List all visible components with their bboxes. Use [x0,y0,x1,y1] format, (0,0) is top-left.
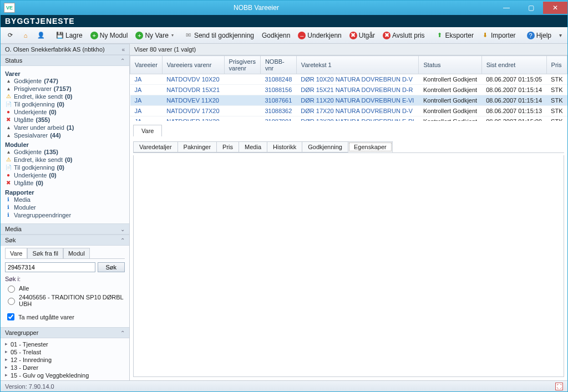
sidebar-item-label: Til godkjenning [14,164,55,171]
window-minimize-button[interactable]: — [494,2,519,14]
table-row[interactable]: JANATDOVER 13X2031087901DØR 13X20 NATURA… [130,116,567,121]
table-cell: NATDOVDV 17X20 [162,106,224,116]
sidebar-varer-item[interactable]: Til godkjenning (0) [5,100,125,108]
sidebar-moduler-item[interactable]: Godkjente (135) [5,148,125,156]
app-icon: VE [4,3,15,13]
grid-column-header[interactable]: Prisgivers varenr [224,56,260,74]
sidebar-varer-item[interactable]: Varer under arbeid (1) [5,124,125,131]
toolbar-ny-vare-button[interactable]: +Ny Vare▾ [132,30,176,41]
toolbar-overflow-button[interactable]: ▾ [556,32,565,38]
search-tab[interactable]: Vare [5,248,27,258]
toolbar-importer-button[interactable]: ⬇Importer [478,30,519,41]
sidebar-item-count: (747) [44,78,58,84]
chevron-down-icon: ▾ [171,33,174,38]
grid-column-header[interactable]: NOBB-vnr [260,56,296,74]
sidebar-sok-header[interactable]: Søk⌃ [1,235,129,246]
table-cell: DØR 11X20 NATURA DOVREBRUN E-VI [296,95,419,106]
table-cell: STK [546,106,567,116]
brand-bar: BYGGTJENESTE [1,15,567,27]
grid-column-header[interactable]: Vareeier [130,56,163,74]
toolbar: ⟳ ⌂ 👤 💾Lagre +Ny Modul +Ny Vare▾ ✉Send t… [1,27,567,44]
grid-column-header[interactable]: Sist endret [481,56,546,74]
toolbar-utgar-button[interactable]: ✖Utgår [346,30,378,41]
table-cell: STK [546,85,567,95]
sidebar-moduler-item[interactable]: Endret, ikke sendt (0) [5,156,125,164]
sidebar-rapporter-item[interactable]: Varegruppeendringer [5,211,125,219]
refresh-icon: ⟳ [6,32,14,39]
search-include-expired-checkbox[interactable]: Ta med utgåtte varer [5,311,125,323]
sidebar-varegrupper-header[interactable]: Varegrupper⌃ [1,327,129,338]
toolbar-avslutt-pris-button[interactable]: ✖Avslutt pris [379,30,428,41]
varegruppe-tree-item[interactable]: 15 - Gulv og Veggbekledning [5,371,125,379]
sidebar-rapporter-item[interactable]: Moduler [5,203,125,211]
varegruppe-tree-item[interactable]: 05 - Trelast [5,348,125,356]
toolbar-godkjenn-button[interactable]: Godkjenn [258,30,293,41]
sidebar-moduler-item[interactable]: Utgåtte (0) [5,179,125,187]
table-cell: DØR 10X20 NATURA DOVREBRUN D-V [296,74,419,85]
table-row[interactable]: JANATDOVDR 15X2131088156DØR 15X21 NATURA… [130,85,567,95]
status-icon [5,116,12,123]
sidebar-rapporter-item[interactable]: Media [5,196,125,203]
search-tab[interactable]: Modul [63,248,90,258]
search-radio-alle[interactable]: Alle [5,283,125,293]
detail-tab[interactable]: Godkjenning [302,141,348,152]
grid-table[interactable]: VareeierVareeiers varenrPrisgivers varen… [130,55,567,121]
sidebar-item-label: Underkjente [14,172,47,179]
table-row[interactable]: JANATDOVDV 17X2031088362DØR 17X20 NATURA… [130,106,567,116]
sidebar-item-label: Varegruppeendringer [14,212,71,218]
grid-column-header[interactable]: Status [419,56,481,74]
table-cell: STK [546,95,567,106]
toolbar-send-godkjenning-button[interactable]: ✉Send til godkjenning [181,30,257,41]
table-cell: NATDOVDR 15X21 [162,85,224,95]
table-cell: 08.06.2007 01:15:09 [481,116,546,121]
grid-column-header[interactable]: Pris [546,56,567,74]
toolbar-underkjenn-button[interactable]: –Underkjenn [295,30,344,41]
sidebar-varer-item[interactable]: Utgåtte (355) [5,116,125,124]
grid-column-header[interactable]: Vareeiers varenr [162,56,224,74]
sidebar-varer-item[interactable]: Endret, ikke sendt (0) [5,93,125,100]
detail-tab[interactable]: Egenskaper [348,141,393,152]
toolbar-user-button[interactable]: 👤 [34,30,48,41]
sidebar-moduler-item[interactable]: Til godkjenning (0) [5,164,125,171]
window-close-button[interactable]: ✕ [543,2,567,14]
varegruppe-tree-item[interactable]: 13 - Dører [5,364,125,371]
search-radio-modul[interactable]: 24405656 - TRADITION SP10 DØRBL UBH [5,293,125,308]
detail-tab[interactable]: Pakninger [178,141,217,152]
vare-tab[interactable]: Vare [133,125,162,136]
table-row[interactable]: JANATDOVEV 11X2031087661DØR 11X20 NATURA… [130,95,567,106]
table-row[interactable]: JANATDOVDV 10X2031088248DØR 10X20 NATURA… [130,74,567,85]
sidebar-varer-item[interactable]: Underkjente (0) [5,108,125,116]
sidebar-moduler-item[interactable]: Underkjente (0) [5,171,125,179]
toolbar-hjelp-button[interactable]: ?Hjelp [524,30,555,41]
sidebar-item-label: Utgåtte [14,180,33,186]
sidebar-varer-item[interactable]: Godkjente (747) [5,77,125,85]
varegruppe-tree-item[interactable]: 12 - Innredning [5,356,125,364]
toolbar-ny-modul-button[interactable]: +Ny Modul [87,30,131,41]
sidebar-varer-item[interactable]: Prisgivervarer (7157) [5,85,125,93]
search-tab[interactable]: Søk fra fil [27,248,63,258]
detail-tab[interactable]: Historikk [267,141,302,152]
user-icon: 👤 [37,32,45,39]
toolbar-home-button[interactable]: ⌂ [18,30,33,41]
sidebar-item-count: (0) [57,101,64,108]
detail-tab[interactable]: Pris [216,141,239,152]
sidebar-company[interactable]: O. Olsen Snekkerfabrikk AS (nbtkho)« [1,44,129,55]
sidebar-item-count: (7157) [54,85,72,92]
table-cell: JA [130,95,163,106]
toolbar-lagre-button[interactable]: 💾Lagre [53,30,86,41]
fullscreen-icon[interactable]: ⛶ [555,383,563,390]
search-input[interactable] [5,262,95,272]
detail-tab[interactable]: Varedetaljer [133,141,178,152]
search-button[interactable]: Søk [98,262,125,272]
toolbar-eksporter-button[interactable]: ⬆Eksporter [433,30,477,41]
sidebar-varer-item[interactable]: Spesialvarer (44) [5,131,125,139]
grid-column-header[interactable]: Varetekst 1 [296,56,419,74]
detail-tab[interactable]: Media [239,141,267,152]
window-maximize-button[interactable]: ▢ [519,2,543,14]
toolbar-refresh-button[interactable]: ⟳ [3,30,17,41]
sidebar-media-header[interactable]: Media⌄ [1,223,129,235]
sidebar-item-count: (0) [57,164,64,171]
varegruppe-tree-item[interactable]: 01 - Tjenester [5,340,125,348]
table-cell: STK [546,116,567,121]
sidebar-status-header[interactable]: Status⌃ [1,55,129,66]
